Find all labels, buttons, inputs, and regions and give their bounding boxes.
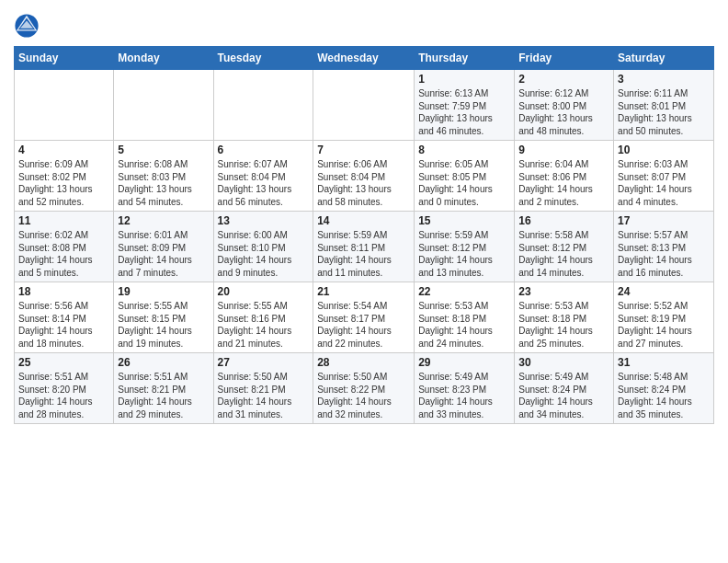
day-number: 17: [618, 214, 710, 227]
day-info: Sunrise: 5:53 AM Sunset: 8:18 PM Dayligh…: [518, 300, 609, 350]
day-info: Sunrise: 5:49 AM Sunset: 8:23 PM Dayligh…: [418, 371, 510, 420]
day-cell: 15Sunrise: 5:59 AM Sunset: 8:12 PM Dayli…: [415, 212, 515, 282]
day-number: 9: [518, 144, 609, 156]
day-number: 1: [418, 73, 510, 86]
day-info: Sunrise: 6:09 AM Sunset: 8:02 PM Dayligh…: [18, 158, 109, 208]
day-number: 23: [518, 285, 609, 298]
day-info: Sunrise: 6:13 AM Sunset: 7:59 PM Dayligh…: [418, 87, 510, 137]
day-info: Sunrise: 5:53 AM Sunset: 8:18 PM Dayligh…: [418, 300, 510, 350]
day-number: 4: [18, 144, 109, 156]
day-info: Sunrise: 5:55 AM Sunset: 8:16 PM Dayligh…: [218, 300, 310, 350]
day-info: Sunrise: 5:59 AM Sunset: 8:11 PM Dayligh…: [317, 229, 410, 279]
day-info: Sunrise: 6:02 AM Sunset: 8:08 PM Dayligh…: [18, 229, 109, 279]
day-cell: 5Sunrise: 6:08 AM Sunset: 8:03 PM Daylig…: [114, 141, 213, 212]
day-info: Sunrise: 5:50 AM Sunset: 8:21 PM Dayligh…: [218, 371, 310, 420]
day-number: 28: [317, 356, 410, 369]
header: [14, 9, 714, 39]
day-cell: 3Sunrise: 6:11 AM Sunset: 8:01 PM Daylig…: [614, 70, 714, 141]
day-number: 10: [618, 144, 710, 156]
day-number: 3: [618, 73, 710, 86]
day-number: 29: [418, 356, 510, 369]
day-info: Sunrise: 5:55 AM Sunset: 8:15 PM Dayligh…: [118, 300, 209, 350]
week-row: 25Sunrise: 5:51 AM Sunset: 8:20 PM Dayli…: [15, 353, 714, 424]
day-cell: 12Sunrise: 6:01 AM Sunset: 8:09 PM Dayli…: [114, 212, 213, 282]
day-cell: 31Sunrise: 5:48 AM Sunset: 8:24 PM Dayli…: [614, 353, 714, 424]
day-info: Sunrise: 6:07 AM Sunset: 8:04 PM Dayligh…: [218, 158, 310, 208]
day-cell: 29Sunrise: 5:49 AM Sunset: 8:23 PM Dayli…: [415, 353, 515, 424]
day-cell: 1Sunrise: 6:13 AM Sunset: 7:59 PM Daylig…: [415, 70, 515, 141]
header-day: Thursday: [415, 47, 515, 70]
day-number: 25: [18, 356, 109, 369]
day-cell: 9Sunrise: 6:04 AM Sunset: 8:06 PM Daylig…: [515, 141, 614, 212]
header-day: Sunday: [15, 47, 114, 70]
day-number: 21: [317, 285, 410, 298]
day-cell: 21Sunrise: 5:54 AM Sunset: 8:17 PM Dayli…: [313, 282, 415, 353]
day-info: Sunrise: 5:54 AM Sunset: 8:17 PM Dayligh…: [317, 300, 410, 350]
day-number: 14: [317, 214, 410, 227]
day-info: Sunrise: 5:56 AM Sunset: 8:14 PM Dayligh…: [18, 300, 109, 350]
logo-icon: [14, 13, 40, 39]
day-number: 18: [18, 285, 109, 298]
day-number: 19: [118, 285, 209, 298]
day-info: Sunrise: 5:50 AM Sunset: 8:22 PM Dayligh…: [317, 371, 410, 420]
day-cell: 17Sunrise: 5:57 AM Sunset: 8:13 PM Dayli…: [614, 212, 714, 282]
day-cell: 10Sunrise: 6:03 AM Sunset: 8:07 PM Dayli…: [614, 141, 714, 212]
week-row: 11Sunrise: 6:02 AM Sunset: 8:08 PM Dayli…: [15, 212, 714, 282]
day-cell: 27Sunrise: 5:50 AM Sunset: 8:21 PM Dayli…: [213, 353, 313, 424]
day-cell: 23Sunrise: 5:53 AM Sunset: 8:18 PM Dayli…: [515, 282, 614, 353]
day-cell: 22Sunrise: 5:53 AM Sunset: 8:18 PM Dayli…: [415, 282, 515, 353]
day-cell: 20Sunrise: 5:55 AM Sunset: 8:16 PM Dayli…: [213, 282, 313, 353]
day-info: Sunrise: 6:03 AM Sunset: 8:07 PM Dayligh…: [618, 158, 710, 208]
day-info: Sunrise: 6:05 AM Sunset: 8:05 PM Dayligh…: [418, 158, 510, 208]
day-number: 15: [418, 214, 510, 227]
day-cell: 13Sunrise: 6:00 AM Sunset: 8:10 PM Dayli…: [213, 212, 313, 282]
day-number: 31: [618, 356, 710, 369]
day-info: Sunrise: 6:12 AM Sunset: 8:00 PM Dayligh…: [518, 87, 609, 137]
day-number: 6: [218, 144, 310, 156]
day-cell: 28Sunrise: 5:50 AM Sunset: 8:22 PM Dayli…: [313, 353, 415, 424]
day-info: Sunrise: 5:51 AM Sunset: 8:21 PM Dayligh…: [118, 371, 209, 420]
day-cell: 18Sunrise: 5:56 AM Sunset: 8:14 PM Dayli…: [15, 282, 114, 353]
day-info: Sunrise: 6:08 AM Sunset: 8:03 PM Dayligh…: [118, 158, 209, 208]
day-number: 26: [118, 356, 209, 369]
day-number: 27: [218, 356, 310, 369]
header-day: Monday: [114, 47, 213, 70]
day-cell: 25Sunrise: 5:51 AM Sunset: 8:20 PM Dayli…: [15, 353, 114, 424]
day-info: Sunrise: 6:01 AM Sunset: 8:09 PM Dayligh…: [118, 229, 209, 279]
day-number: 22: [418, 285, 510, 298]
day-cell: 30Sunrise: 5:49 AM Sunset: 8:24 PM Dayli…: [515, 353, 614, 424]
day-info: Sunrise: 5:59 AM Sunset: 8:12 PM Dayligh…: [418, 229, 510, 279]
day-cell: 4Sunrise: 6:09 AM Sunset: 8:02 PM Daylig…: [15, 141, 114, 212]
page-container: SundayMondayTuesdayWednesdayThursdayFrid…: [0, 0, 728, 433]
day-cell: 24Sunrise: 5:52 AM Sunset: 8:19 PM Dayli…: [614, 282, 714, 353]
day-info: Sunrise: 5:48 AM Sunset: 8:24 PM Dayligh…: [618, 371, 710, 420]
header-row: SundayMondayTuesdayWednesdayThursdayFrid…: [15, 47, 714, 70]
day-cell: 14Sunrise: 5:59 AM Sunset: 8:11 PM Dayli…: [313, 212, 415, 282]
day-number: 8: [418, 144, 510, 156]
day-info: Sunrise: 6:00 AM Sunset: 8:10 PM Dayligh…: [218, 229, 310, 279]
day-info: Sunrise: 6:06 AM Sunset: 8:04 PM Dayligh…: [317, 158, 410, 208]
day-cell: 11Sunrise: 6:02 AM Sunset: 8:08 PM Dayli…: [15, 212, 114, 282]
header-day: Friday: [515, 47, 614, 70]
day-cell: 19Sunrise: 5:55 AM Sunset: 8:15 PM Dayli…: [114, 282, 213, 353]
week-row: 4Sunrise: 6:09 AM Sunset: 8:02 PM Daylig…: [15, 141, 714, 212]
day-number: 5: [118, 144, 209, 156]
day-number: 24: [618, 285, 710, 298]
day-info: Sunrise: 5:58 AM Sunset: 8:12 PM Dayligh…: [518, 229, 609, 279]
day-number: 20: [218, 285, 310, 298]
day-cell: [213, 70, 313, 141]
day-number: 2: [518, 73, 609, 86]
day-info: Sunrise: 5:57 AM Sunset: 8:13 PM Dayligh…: [618, 229, 710, 279]
week-row: 18Sunrise: 5:56 AM Sunset: 8:14 PM Dayli…: [15, 282, 714, 353]
day-info: Sunrise: 6:11 AM Sunset: 8:01 PM Dayligh…: [618, 87, 710, 137]
day-cell: 2Sunrise: 6:12 AM Sunset: 8:00 PM Daylig…: [515, 70, 614, 141]
day-cell: 16Sunrise: 5:58 AM Sunset: 8:12 PM Dayli…: [515, 212, 614, 282]
day-number: 16: [518, 214, 609, 227]
day-number: 13: [218, 214, 310, 227]
header-day: Wednesday: [313, 47, 415, 70]
calendar-table: SundayMondayTuesdayWednesdayThursdayFrid…: [14, 46, 714, 424]
day-number: 30: [518, 356, 609, 369]
day-info: Sunrise: 6:04 AM Sunset: 8:06 PM Dayligh…: [518, 158, 609, 208]
logo: [14, 13, 43, 39]
day-number: 7: [317, 144, 410, 156]
